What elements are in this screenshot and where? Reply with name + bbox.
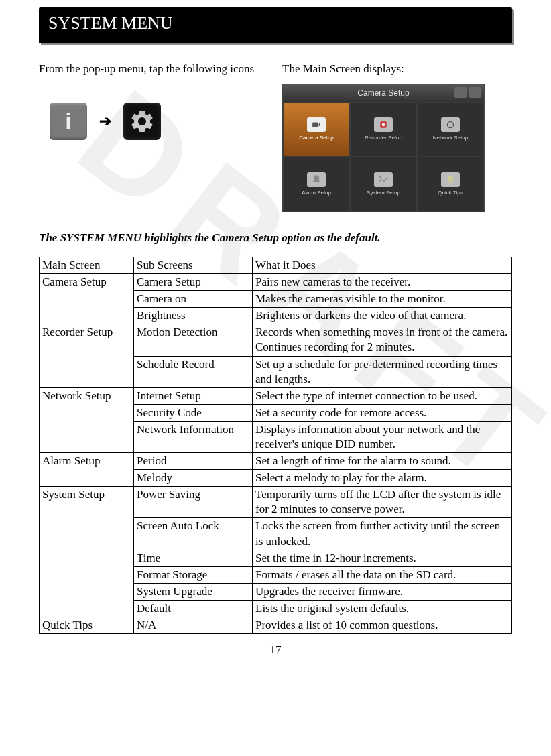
cell-icon xyxy=(374,117,393,132)
table-row: Quick TipsN/AProvides a list of 10 commo… xyxy=(40,617,512,634)
screenshot-cell: Quick Tips xyxy=(417,157,484,212)
sub-screen-cell: Schedule Record xyxy=(134,356,253,387)
table-row: Alarm SetupPeriodSet a length of time fo… xyxy=(40,453,512,470)
table-header-cell: What it Does xyxy=(253,257,512,273)
icon-sequence: i ➔ xyxy=(50,103,269,140)
info-icon: i xyxy=(50,103,87,140)
svg-point-3 xyxy=(447,122,453,128)
table-row: Network SetupInternet SetupSelect the ty… xyxy=(40,387,512,404)
table-header-cell: Main Screen xyxy=(40,257,134,273)
sub-screen-cell: Period xyxy=(134,453,253,470)
svg-point-2 xyxy=(382,123,385,127)
screenshot-cell: Network Setup xyxy=(417,102,484,157)
arrow-right-icon: ➔ xyxy=(99,113,111,130)
highlight-note: The SYSTEM MENU highlights the Camera Se… xyxy=(39,231,512,245)
description-cell: Brightens or darkens the video of that c… xyxy=(253,308,512,324)
sub-screen-cell: Screen Auto Lock xyxy=(134,518,253,550)
table-header-cell: Sub Screens xyxy=(134,257,253,273)
sub-screen-cell: Power Saving xyxy=(134,487,253,518)
sub-screen-cell: Camera on xyxy=(134,291,253,308)
description-cell: Select the type of internet connection t… xyxy=(253,387,512,404)
description-cell: Formats / erases all the data on the SD … xyxy=(253,566,512,583)
sub-screen-cell: System Upgrade xyxy=(134,583,253,600)
screenshot-cell: Recorder Setup xyxy=(350,102,417,157)
cell-icon xyxy=(307,117,326,132)
sub-screen-cell: Security Code xyxy=(134,404,253,421)
sub-screen-cell: Brightness xyxy=(134,308,253,324)
sub-screen-cell: Internet Setup xyxy=(134,387,253,404)
description-cell: Set up a schedule for pre-determined rec… xyxy=(253,356,512,387)
main-screen-cell: Network Setup xyxy=(40,387,134,452)
main-screen-cell: Quick Tips xyxy=(40,617,134,634)
description-cell: Set a security code for remote access. xyxy=(253,404,512,421)
description-cell: Set the time in 12-hour increments. xyxy=(253,550,512,566)
menu-table: Main ScreenSub ScreensWhat it DoesCamera… xyxy=(39,257,512,634)
sub-screen-cell: Network Information xyxy=(134,421,253,452)
cell-icon xyxy=(441,117,460,132)
sub-screen-cell: Motion Detection xyxy=(134,324,253,356)
svg-rect-0 xyxy=(312,123,318,127)
description-cell: Lists the original system defaults. xyxy=(253,600,512,617)
description-cell: Set a length of time for the alarm to so… xyxy=(253,453,512,470)
description-cell: Provides a list of 10 common questions. xyxy=(253,617,512,634)
gear-icon xyxy=(123,103,161,140)
description-cell: Pairs new cameras to the receiver. xyxy=(253,274,512,291)
main-screen-screenshot: Camera Setup Camera SetupRecorder SetupN… xyxy=(282,84,485,212)
cell-icon xyxy=(441,172,460,187)
back-icon xyxy=(454,87,467,98)
sub-screen-cell: Camera Setup xyxy=(134,274,253,291)
intro-right: The Main Screen displays: xyxy=(282,62,512,77)
table-row: Recorder SetupMotion DetectionRecords wh… xyxy=(40,324,512,356)
main-screen-cell: System Setup xyxy=(40,487,134,617)
sub-screen-cell: N/A xyxy=(134,617,253,634)
screenshot-cell: Alarm Setup xyxy=(283,157,350,212)
cell-icon xyxy=(374,172,393,187)
forward-icon xyxy=(469,87,481,98)
page-title: SYSTEM MENU xyxy=(39,7,512,43)
sub-screen-cell: Time xyxy=(134,550,253,566)
cell-icon xyxy=(307,172,326,187)
table-row: Camera SetupCamera SetupPairs new camera… xyxy=(40,274,512,291)
main-screen-cell: Alarm Setup xyxy=(40,453,134,487)
description-cell: Temporarily turns off the LCD after the … xyxy=(253,487,512,518)
screenshot-header: Camera Setup xyxy=(283,84,484,102)
intro-left: From the pop-up menu, tap the following … xyxy=(39,62,269,77)
description-cell: Displays information about your network … xyxy=(253,421,512,452)
main-screen-cell: Camera Setup xyxy=(40,274,134,324)
description-cell: Select a melody to play for the alarm. xyxy=(253,470,512,487)
description-cell: Records when something moves in front of… xyxy=(253,324,512,356)
table-row: System SetupPower SavingTemporarily turn… xyxy=(40,487,512,518)
sub-screen-cell: Default xyxy=(134,600,253,617)
screenshot-cell: System Setup xyxy=(350,157,417,212)
sub-screen-cell: Melody xyxy=(134,470,253,487)
description-cell: Makes the cameras visible to the monitor… xyxy=(253,291,512,308)
description-cell: Locks the screen from further activity u… xyxy=(253,518,512,550)
screenshot-cell: Camera Setup xyxy=(283,102,350,157)
sub-screen-cell: Format Storage xyxy=(134,566,253,583)
main-screen-cell: Recorder Setup xyxy=(40,324,134,387)
description-cell: Upgrades the receiver firmware. xyxy=(253,583,512,600)
page-number: 17 xyxy=(39,643,512,657)
